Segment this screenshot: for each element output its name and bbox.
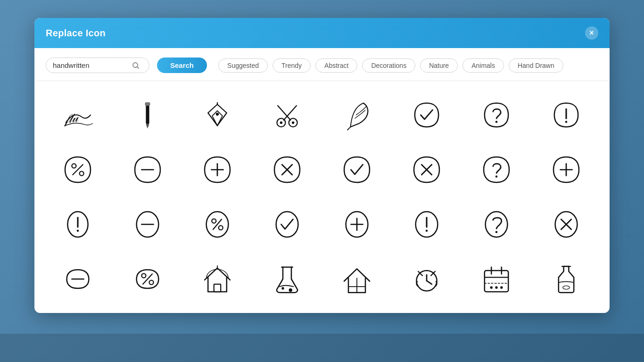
svg-point-17	[565, 121, 568, 123]
filter-abstract[interactable]: Abstract	[315, 58, 357, 73]
filter-nature[interactable]: Nature	[420, 58, 458, 73]
svg-line-1	[137, 66, 139, 68]
svg-point-72	[495, 286, 497, 288]
icons-grid: 𝒻𝓁𝓊	[46, 90, 598, 304]
house2-sketch-icon-cell[interactable]	[325, 255, 389, 304]
circle-question-sketch-icon-cell[interactable]	[464, 90, 528, 140]
circle-exclamation-sketch-icon-cell[interactable]	[534, 90, 598, 140]
svg-point-15	[495, 121, 498, 123]
circle-percent-icon-cell[interactable]	[46, 145, 110, 194]
filter-tags: Suggested Trendy Abstract Decorations Na…	[218, 58, 563, 73]
oval-question-icon-cell[interactable]	[464, 200, 528, 249]
modal-header: Replace Icon ×	[34, 18, 610, 48]
svg-point-71	[490, 286, 493, 288]
svg-rect-56	[214, 284, 221, 292]
oval-percent2-icon-cell[interactable]	[116, 255, 180, 304]
oval-exclaim-icon-cell[interactable]	[46, 200, 110, 249]
filter-decorations[interactable]: Decorations	[362, 58, 415, 73]
bottle-sketch-icon-cell[interactable]	[534, 255, 598, 304]
circle-x-icon-cell[interactable]	[255, 145, 319, 194]
svg-point-38	[219, 226, 223, 230]
circle-plus-icon-cell[interactable]	[185, 145, 249, 194]
circle-minus-icon-cell[interactable]	[116, 145, 180, 194]
svg-line-12	[284, 106, 297, 120]
svg-point-53	[141, 273, 146, 278]
svg-line-55	[143, 274, 152, 284]
oval-exclaim2-icon-cell[interactable]	[395, 200, 459, 249]
replace-icon-modal: Replace Icon × Search Suggested Trendy A…	[34, 18, 610, 313]
svg-line-39	[213, 219, 222, 230]
svg-line-20	[73, 165, 83, 175]
circle-plus2-icon-cell[interactable]	[534, 145, 598, 194]
svg-point-54	[149, 280, 154, 285]
svg-line-13	[278, 106, 290, 120]
nib-icon-cell[interactable]	[185, 90, 249, 140]
svg-rect-5	[145, 102, 150, 106]
signature-icon-cell[interactable]: 𝒻𝓁𝓊	[46, 90, 110, 140]
oval-percent-icon-cell[interactable]	[185, 200, 249, 249]
filter-hand-drawn[interactable]: Hand Drawn	[509, 58, 563, 73]
svg-point-48	[495, 231, 498, 233]
oval-minus2-icon-cell[interactable]	[46, 255, 110, 304]
svg-point-60	[289, 288, 292, 292]
circle-check2-icon-cell[interactable]	[325, 145, 389, 194]
search-box	[46, 58, 149, 73]
oval-x-icon-cell[interactable]	[534, 200, 598, 249]
search-button[interactable]: Search	[157, 58, 207, 73]
svg-marker-4	[146, 124, 149, 129]
search-icon	[132, 62, 140, 69]
modal-title: Replace Icon	[46, 28, 106, 39]
svg-point-47	[486, 212, 508, 237]
house-sketch-icon-cell[interactable]	[185, 255, 249, 304]
filter-suggested[interactable]: Suggested	[218, 58, 268, 73]
svg-point-40	[276, 212, 298, 237]
oval-check-icon-cell[interactable]	[255, 200, 319, 249]
svg-point-59	[281, 287, 284, 289]
svg-line-14	[347, 127, 350, 130]
calendar-sketch-icon-cell[interactable]	[464, 255, 528, 304]
svg-point-73	[500, 286, 503, 288]
svg-point-33	[77, 230, 79, 232]
close-button[interactable]: ×	[585, 26, 598, 40]
filter-trendy[interactable]: Trendy	[272, 58, 311, 73]
alarm-sketch-icon-cell[interactable]	[395, 255, 459, 304]
pencil-icon-cell[interactable]	[116, 90, 180, 140]
svg-point-11	[292, 122, 294, 124]
modal-body: 𝒻𝓁𝓊	[34, 81, 610, 313]
feather-icon-cell[interactable]	[325, 90, 389, 140]
filter-animals[interactable]: Animals	[462, 58, 504, 73]
svg-text:𝒻𝓁𝓊: 𝒻𝓁𝓊	[61, 111, 80, 127]
svg-line-65	[427, 281, 432, 284]
circle-x2-icon-cell[interactable]	[395, 145, 459, 194]
svg-point-37	[212, 219, 216, 223]
svg-point-46	[426, 230, 428, 232]
modal-overlay: Replace Icon × Search Suggested Trendy A…	[0, 0, 644, 362]
circle-check-sketch-icon-cell[interactable]	[395, 90, 459, 140]
svg-point-19	[80, 172, 84, 176]
flask-icon-cell[interactable]	[255, 255, 319, 304]
circle-q2-icon-cell[interactable]	[464, 145, 528, 194]
modal-toolbar: Search Suggested Trendy Abstract Decorat…	[34, 48, 610, 81]
search-input[interactable]	[53, 61, 128, 69]
oval-plus-icon-cell[interactable]	[325, 200, 389, 249]
svg-point-28	[495, 175, 498, 178]
svg-point-6	[216, 113, 219, 115]
svg-point-18	[72, 164, 76, 168]
svg-point-75	[563, 286, 570, 289]
oval-minus-icon-cell[interactable]	[116, 200, 180, 249]
scissors-icon-cell[interactable]	[255, 90, 319, 140]
svg-point-9	[280, 122, 282, 124]
